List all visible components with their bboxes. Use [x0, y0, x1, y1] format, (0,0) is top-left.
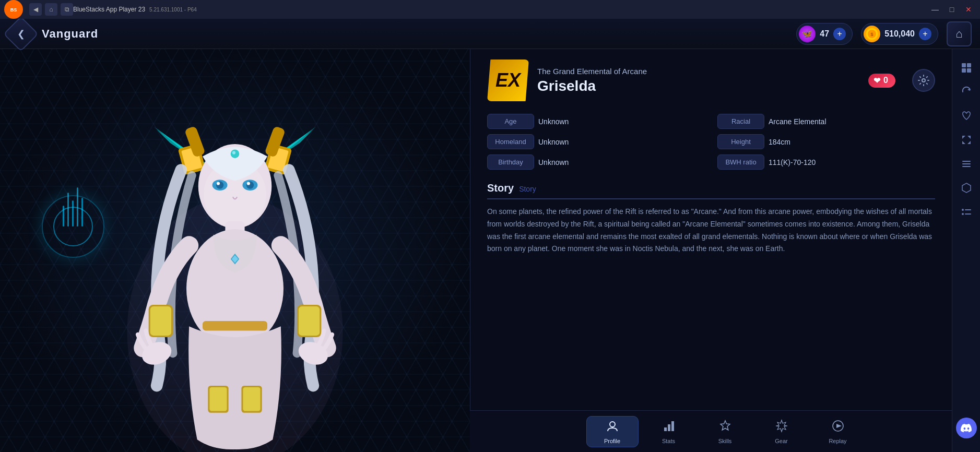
home-icon: ⌂	[955, 27, 962, 41]
svg-point-41	[922, 79, 925, 82]
nav-doc-btn[interactable]: ⧉	[61, 3, 73, 16]
butterfly-add-btn[interactable]: +	[833, 28, 846, 40]
butterfly-icon: 🦋	[799, 26, 816, 42]
tab-skills[interactable]: Skills	[699, 416, 751, 447]
svg-rect-50	[962, 63, 966, 67]
nav-back-btn[interactable]: ◀	[29, 3, 42, 16]
tab-stats-label: Stats	[662, 438, 675, 444]
tab-stats[interactable]: Stats	[643, 416, 695, 447]
svg-rect-34	[299, 306, 320, 336]
maximize-btn[interactable]: □	[944, 4, 959, 15]
svg-rect-43	[664, 427, 667, 431]
tab-profile-label: Profile	[604, 438, 620, 444]
height-label: Height	[717, 134, 764, 149]
butterfly-currency-box: 🦋 47 +	[796, 23, 853, 45]
ex-badge: EX	[487, 60, 529, 101]
bottom-tabs: Profile Stats Skills Gear	[470, 410, 980, 452]
stats-tab-icon	[662, 419, 676, 436]
svg-text:$: $	[871, 32, 873, 37]
svg-marker-47	[776, 420, 787, 432]
sidebar-hex-icon[interactable]	[956, 177, 977, 198]
right-sidebar	[952, 49, 980, 452]
window-controls: — □ ✕	[928, 4, 976, 15]
energy-bar-1	[63, 206, 64, 227]
svg-rect-62	[965, 213, 971, 215]
svg-rect-45	[671, 421, 674, 431]
racial-value: Arcane Elemental	[769, 117, 935, 126]
stat-row-height: Height 184cm	[717, 134, 935, 149]
nav-forward-btn[interactable]: ⌂	[45, 3, 57, 16]
height-value: 184cm	[769, 138, 935, 146]
tab-replay[interactable]: Replay	[812, 416, 864, 447]
discord-icon[interactable]	[956, 418, 977, 438]
sidebar-heart-icon[interactable]	[956, 105, 977, 126]
close-btn[interactable]: ✕	[961, 4, 976, 15]
stat-row-racial: Racial Arcane Elemental	[717, 114, 935, 129]
svg-rect-36	[203, 321, 267, 331]
svg-rect-51	[967, 63, 971, 67]
svg-marker-54	[967, 88, 970, 91]
svg-point-22	[217, 182, 220, 185]
birthday-label: Birthday	[487, 154, 534, 170]
tab-gear-label: Gear	[775, 438, 787, 444]
character-name: Griselda	[537, 78, 647, 94]
svg-point-59	[962, 209, 964, 211]
bwh-label: BWH ratio	[717, 154, 764, 170]
svg-rect-53	[967, 68, 971, 73]
coin-icon: $	[864, 26, 880, 42]
sidebar-menu-icon[interactable]	[956, 153, 977, 174]
age-label: Age	[487, 114, 534, 129]
birthday-value: Unknown	[538, 158, 705, 166]
character-header: EX The Grand Elemental of Arcane Griseld…	[487, 60, 935, 101]
svg-point-61	[962, 213, 964, 215]
sidebar-grid-icon[interactable]	[956, 57, 977, 78]
svg-rect-55	[962, 161, 971, 162]
back-icon: ❮	[17, 28, 25, 40]
sidebar-refresh-icon[interactable]	[956, 81, 977, 102]
character-svg	[73, 61, 397, 452]
tab-gear[interactable]: Gear	[755, 416, 808, 447]
app-name: BlueStacks App Player 23	[73, 6, 145, 13]
minimize-btn[interactable]: —	[928, 4, 942, 15]
svg-rect-40	[243, 387, 261, 411]
homeland-value: Unknown	[538, 138, 705, 146]
svg-marker-49	[836, 424, 842, 428]
coin-amount: 510,040	[884, 29, 915, 39]
homeland-label: Homeland	[487, 134, 534, 149]
top-bar: ❮ Vanguard 🦋 47 + $ 510,040 + ⌂	[0, 19, 980, 49]
page-title: Vanguard	[42, 27, 98, 41]
gear-tab-icon	[775, 419, 788, 436]
title-bar: BS ◀ ⌂ ⧉ BlueStacks App Player 23 5.21.6…	[0, 0, 980, 19]
heart-icon: ❤	[873, 76, 880, 86]
sidebar-list-icon[interactable]	[956, 201, 977, 222]
svg-point-25	[232, 151, 235, 154]
bwh-value: 111(K)-70-120	[769, 158, 935, 166]
back-button[interactable]: ❮	[3, 16, 39, 52]
title-nav: ◀ ⌂ ⧉	[29, 3, 73, 16]
svg-rect-56	[962, 163, 971, 164]
tab-skills-label: Skills	[718, 438, 732, 444]
top-bar-right: 🦋 47 + $ 510,040 + ⌂	[796, 21, 972, 46]
energy-bar-2	[67, 193, 69, 227]
heart-counter: ❤ 0	[868, 74, 895, 88]
sidebar-expand-icon[interactable]	[956, 129, 977, 150]
svg-rect-57	[962, 166, 971, 167]
settings-button[interactable]	[912, 69, 935, 92]
tab-profile[interactable]: Profile	[586, 416, 639, 447]
profile-tab-icon	[606, 419, 619, 436]
svg-rect-31	[150, 306, 171, 336]
coin-add-btn[interactable]: +	[919, 28, 931, 40]
app-logo: BS	[4, 0, 23, 19]
svg-point-42	[610, 422, 615, 427]
svg-rect-38	[209, 387, 227, 411]
svg-point-23	[247, 182, 250, 185]
character-title-block: The Grand Elemental of Arcane Griselda	[537, 67, 647, 94]
story-title: Story	[487, 182, 514, 194]
stat-row-birthday: Birthday Unknown	[487, 154, 705, 170]
home-button[interactable]: ⌂	[947, 21, 972, 46]
story-text: On some planets, the refined power of th…	[487, 206, 935, 255]
coin-currency-box: $ 510,040 +	[861, 23, 938, 45]
info-panel: EX The Grand Elemental of Arcane Griseld…	[470, 49, 952, 452]
main-area: EX The Grand Elemental of Arcane Griseld…	[0, 49, 980, 452]
story-header: Story Story	[487, 182, 935, 199]
